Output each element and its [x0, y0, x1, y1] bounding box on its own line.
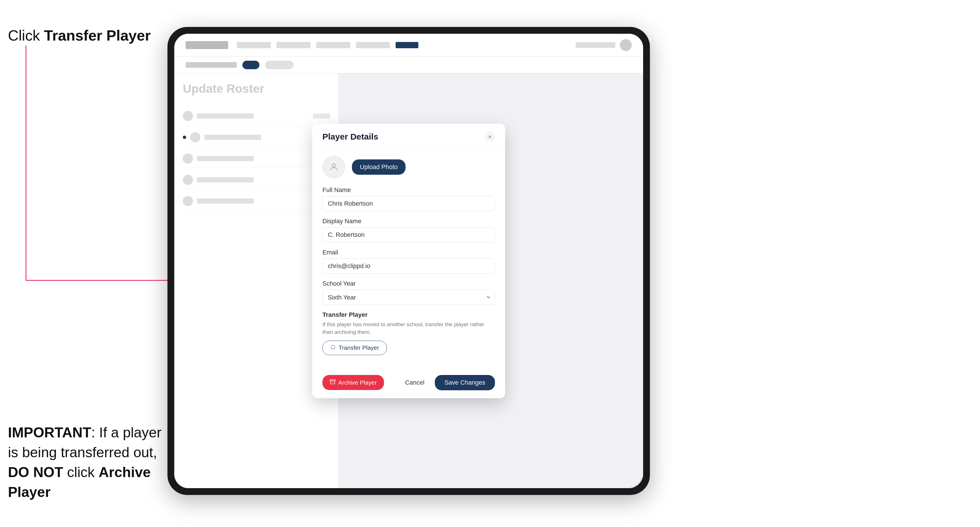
app-background: Update Roster	[174, 34, 643, 488]
modal-body: Upload Photo Full Name Display Name	[312, 148, 505, 370]
instruction-top-bold: Transfer Player	[44, 27, 151, 44]
email-group: Email	[322, 249, 495, 274]
full-name-input[interactable]	[322, 196, 495, 211]
modal-header: Player Details ×	[312, 124, 505, 148]
svg-point-0	[332, 163, 336, 167]
transfer-section-label: Transfer Player	[322, 311, 495, 319]
annotation-line-vertical	[25, 45, 26, 281]
transfer-section: Transfer Player If this player has moved…	[322, 311, 495, 355]
archive-icon	[330, 379, 336, 386]
school-year-select[interactable]: First Year Second Year Third Year Fourth…	[322, 290, 495, 305]
upload-photo-button[interactable]: Upload Photo	[352, 159, 406, 175]
tablet-screen: Update Roster	[174, 34, 643, 488]
archive-player-button[interactable]: Archive Player	[322, 375, 384, 390]
instruction-do-not: DO NOT	[8, 464, 63, 480]
email-input[interactable]	[322, 259, 495, 274]
school-year-group: School Year First Year Second Year Third…	[322, 280, 495, 305]
avatar-placeholder	[322, 156, 345, 178]
cancel-button[interactable]: Cancel	[399, 375, 430, 390]
transfer-player-button[interactable]: Transfer Player	[322, 341, 387, 355]
email-label: Email	[322, 249, 495, 256]
instruction-important: IMPORTANT	[8, 425, 91, 440]
archive-btn-label: Archive Player	[338, 379, 377, 386]
transfer-btn-icon	[330, 344, 336, 351]
modal-title: Player Details	[322, 132, 378, 141]
instruction-bottom: IMPORTANT: If a player is being transfer…	[8, 422, 167, 502]
display-name-label: Display Name	[322, 217, 495, 225]
school-year-label: School Year	[322, 280, 495, 287]
modal-close-button[interactable]: ×	[485, 132, 495, 142]
save-changes-button[interactable]: Save Changes	[435, 375, 495, 390]
modal-footer: Archive Player Cancel Save Changes	[312, 370, 505, 398]
full-name-group: Full Name	[322, 186, 495, 211]
tablet-frame: Update Roster	[167, 27, 650, 495]
display-name-input[interactable]	[322, 227, 495, 243]
photo-row: Upload Photo	[322, 156, 495, 178]
instruction-top: Click Transfer Player	[8, 27, 151, 44]
player-details-modal: Player Details ×	[312, 124, 505, 398]
instruction-top-plain: Click	[8, 27, 44, 44]
modal-backdrop: Player Details ×	[174, 34, 643, 488]
transfer-btn-label: Transfer Player	[339, 344, 379, 351]
transfer-section-description: If this player has moved to another scho…	[322, 321, 495, 336]
svg-rect-1	[330, 380, 335, 381]
full-name-label: Full Name	[322, 186, 495, 194]
display-name-group: Display Name	[322, 217, 495, 243]
